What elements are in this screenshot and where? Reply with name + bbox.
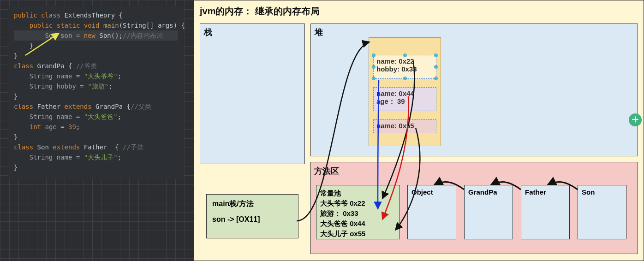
constant-pool-line-4: 大头儿子 ox55 — [320, 229, 396, 239]
stack-region: 栈 — [200, 24, 305, 164]
code-line-16: } — [14, 162, 178, 172]
class-box-object: Object — [407, 185, 456, 239]
heap-label: 堆 — [315, 27, 323, 38]
code-line-2: public static void main(String[] args) { — [14, 20, 178, 30]
code-pane: public class ExtendsTheory { public stat… — [8, 6, 184, 179]
stack-label: 栈 — [204, 27, 212, 38]
heap-section-grandpa[interactable]: name: 0x22 hobby: 0x33 — [373, 55, 436, 79]
memory-diagram-canvas: jvm的内存： 继承的内存布局 栈 main栈/方法 son -> [OX11]… — [194, 0, 644, 261]
constant-pool: 常量池 大头爷爷 0x22 旅游： 0x33 大头爸爸 0x44 大头儿子 ox… — [316, 185, 400, 239]
code-line-4: } — [14, 41, 178, 51]
code-line-5: } — [14, 51, 178, 61]
code-line-8: String hobby = "旅游"; — [14, 81, 178, 91]
constant-pool-title: 常量池 — [320, 188, 396, 198]
code-line-15: String name = "大头儿子"; — [14, 152, 178, 162]
heap-son-name: name: 0x55 — [376, 122, 433, 130]
code-line-3-highlighted: Son son = new Son();//内存的布局 — [14, 30, 178, 41]
class-box-father: Father — [521, 185, 570, 239]
heap-section-son: name: 0x55 — [373, 119, 436, 133]
code-line-1: public class ExtendsTheory { — [14, 10, 178, 20]
constant-pool-line-1: 大头爷爷 0x22 — [320, 198, 396, 208]
heap-father-name: name: 0x44 — [376, 89, 433, 97]
heap-grandpa-hobby: hobby: 0x33 — [376, 65, 433, 73]
code-line-14: class Son extends Father { //子类 — [14, 142, 178, 152]
move-handle-icon[interactable] — [629, 113, 642, 126]
heap-section-father: name: 0x44 age： 39 — [373, 87, 436, 111]
heap-father-age: age： 39 — [376, 97, 433, 106]
class-box-son: Son — [578, 185, 626, 239]
main-frame-title: main栈/方法 — [212, 199, 292, 209]
heap-region: 堆 — [310, 24, 638, 156]
code-line-12: int age = 39; — [14, 122, 178, 132]
stack-main-frame: main栈/方法 son -> [OX11] — [206, 194, 298, 238]
code-line-11: String name = "大头爸爸"; — [14, 112, 178, 122]
code-line-7: String name = "大头爷爷"; — [14, 71, 178, 81]
diagram-title: jvm的内存： 继承的内存布局 — [200, 5, 320, 18]
method-area-label: 方法区 — [314, 166, 339, 177]
code-line-6: class GrandPa { //爷类 — [14, 61, 178, 71]
constant-pool-line-2: 旅游： 0x33 — [320, 208, 396, 219]
code-line-9: } — [14, 91, 178, 101]
class-box-grandpa: GrandPa — [464, 185, 513, 239]
code-line-10: class Father extends GrandPa {//父类 — [14, 101, 178, 112]
code-line-13: } — [14, 132, 178, 142]
constant-pool-line-3: 大头爸爸 0x44 — [320, 219, 396, 229]
main-frame-ref: son -> [OX11] — [212, 215, 292, 224]
heap-grandpa-name: name: 0x22 — [376, 57, 433, 65]
